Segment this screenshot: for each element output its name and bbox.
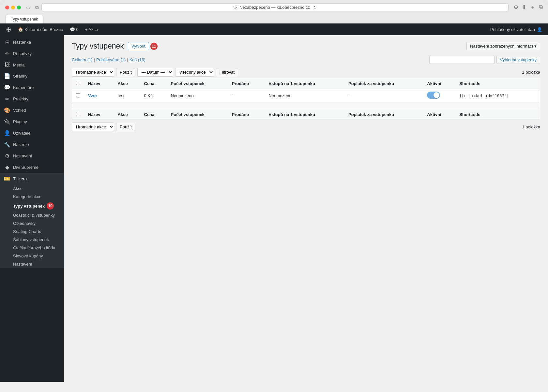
tab-title: Typy vstupenek (11, 17, 38, 22)
sidebar-item-media[interactable]: 🖼 Média (0, 59, 64, 70)
tickera-icon: 🎫 (4, 176, 10, 182)
sidebar-tickera-label: Tickera (13, 176, 27, 181)
sidebar-item-pages[interactable]: 📄 Stránky (0, 70, 64, 82)
th2-akce: Akce (114, 109, 140, 120)
search-input[interactable] (429, 56, 495, 64)
td-vstupu: Neomezeno (265, 89, 345, 103)
admin-bar-comments[interactable]: 💬 0 (67, 23, 82, 35)
th-checkbox (72, 78, 84, 89)
divi-icon: ◆ (4, 164, 10, 170)
sidebar-item-settings[interactable]: ⚙ Nastavení (0, 150, 64, 162)
reload-icon[interactable]: ↻ (313, 5, 317, 10)
plugins-icon: 🔌 (4, 119, 10, 125)
filter-all[interactable]: Celkem (1) (72, 57, 93, 62)
browser-dots (5, 6, 21, 9)
sidebar-item-appearance[interactable]: 🎨 Vzhled (0, 105, 64, 116)
create-button[interactable]: Vytvořit (128, 42, 149, 50)
admin-bar-site[interactable]: 🏠 Kulturní dům Březno (15, 23, 67, 35)
page-title: Typy vstupenek (72, 42, 124, 51)
sidebar-submenu-nastaveni[interactable]: Nastavení (0, 260, 64, 268)
filter-bar: Celkem (1) | Publikováno (1) | Koš (16) … (72, 56, 540, 64)
back-button[interactable]: ‹ (26, 5, 28, 10)
date-select[interactable]: — Datum — (137, 68, 173, 77)
share-icon[interactable]: ⬆ (522, 4, 526, 11)
search-button[interactable]: Vyhledat vstupenky (496, 56, 540, 64)
forward-button[interactable]: › (29, 5, 31, 10)
filter-sep2: | (127, 57, 128, 62)
row-name-link[interactable]: Vzor (88, 93, 97, 98)
minimize-dot[interactable] (11, 6, 15, 9)
step-badge-10: 10 (47, 202, 54, 210)
filter-published[interactable]: Publikováno (1) (96, 57, 126, 62)
home-icon: 🏠 (18, 27, 23, 32)
apply-button[interactable]: Použít (116, 68, 135, 76)
filter-button[interactable]: Filtrovat (216, 68, 238, 76)
address-bar[interactable]: 🛡 Nezabezpečeno — kd.obecbrezno.cz ↻ (41, 3, 509, 11)
toggle-switch[interactable] (427, 92, 440, 99)
new-tab-icon[interactable]: ＋ (530, 4, 535, 11)
th-cena: Cena (140, 78, 167, 89)
sidebar-submenu-slevove[interactable]: Slevové kupóny (0, 252, 64, 260)
sidebar-item-posts[interactable]: ✏ Příspěvky (0, 48, 64, 59)
sidebar-item-tools[interactable]: 🔧 Nástroje (0, 139, 64, 150)
wp-body: ⊟ Nástěnka ✏ Příspěvky 🖼 Média 📄 Stránky… (0, 35, 548, 382)
table-footer-header-row: Název Akce Cena Počet vstupenek Prodáno … (72, 109, 540, 120)
sidebar-item-label: Komentáře (13, 85, 34, 90)
select-all-checkbox-bottom[interactable] (76, 112, 80, 116)
sidebar-item-tickera[interactable]: 🎫 Tickera (0, 173, 64, 184)
tab-bar: Typy vstupenek (5, 15, 543, 23)
sidebar-submenu-akce[interactable]: Akce (0, 184, 64, 193)
td-aktivni[interactable] (423, 89, 455, 103)
filter-sep1: | (94, 57, 95, 62)
row-akce: test (118, 93, 125, 98)
sidebar-submenu-sablony[interactable]: Šablony vstupenek (0, 236, 64, 244)
th2-poplatek: Poplatek za vstupenku (344, 109, 423, 120)
wp-logo[interactable]: ⊕ (3, 25, 15, 33)
wp-sidebar: ⊟ Nástěnka ✏ Příspěvky 🖼 Média 📄 Stránky… (0, 35, 64, 382)
chevron-down-icon: ▾ (534, 44, 537, 49)
sidebar-submenu-typy[interactable]: Typy vstupenek 10 (0, 201, 64, 211)
sidebar-submenu-ucastnici[interactable]: Účastníci & vstupenky (0, 211, 64, 219)
sidebar-item-divi[interactable]: ◆ Divi Supreme (0, 162, 64, 173)
active-tab[interactable]: Typy vstupenek (5, 15, 43, 23)
sidebar-item-plugins[interactable]: 🔌 Pluginy (0, 116, 64, 127)
user-label: Přihlášený uživatel: dan (490, 27, 535, 32)
admin-bar-user: Přihlášený uživatel: dan 👤 (487, 27, 545, 32)
th-name: Název (84, 78, 114, 89)
close-dot[interactable] (5, 6, 9, 9)
sidebar-item-comments[interactable]: 💬 Komentáře (0, 82, 64, 93)
row-checkbox[interactable] (76, 93, 80, 97)
sidebar-item-label: Nastavení (13, 153, 32, 158)
spacer-cell (72, 103, 540, 109)
th-aktivni: Aktivní (423, 78, 455, 89)
sidebar-item-users[interactable]: 👤 Uživatelé (0, 127, 64, 139)
filter-links: Celkem (1) | Publikováno (1) | Koš (16) (72, 57, 145, 62)
search-area: Vyhledat vstupenky (429, 56, 540, 64)
sidebar-submenu-ctecka[interactable]: Čtečka čárového kódu (0, 244, 64, 252)
sidebar-submenu-objednavky[interactable]: Objednávky (0, 219, 64, 227)
sidebar-item-dashboard[interactable]: ⊟ Nástěnka (0, 36, 64, 48)
select-all-checkbox[interactable] (76, 81, 80, 85)
sidebar-submenu-kategorie[interactable]: Kategorie akce (0, 193, 64, 201)
step-badge-11: 11 (150, 43, 158, 50)
sidebar-submenu-seating[interactable]: Seating Charts (0, 227, 64, 236)
comments-count: 0 (76, 27, 79, 32)
appearance-icon: 🎨 (4, 107, 10, 113)
sidebar-view-icon[interactable]: ⧉ (539, 4, 543, 11)
td-cena: 0 Kč (140, 89, 167, 103)
all-actions-select[interactable]: Všechny akce (175, 68, 214, 77)
td-prodano: – (228, 89, 265, 103)
bulk-actions-select[interactable]: Hromadné akce (72, 68, 114, 77)
admin-bar-new[interactable]: + Akce (82, 23, 101, 35)
bottom-bulk-actions-select[interactable]: Hromadné akce (72, 123, 114, 131)
maximize-dot[interactable] (17, 6, 21, 9)
sidebar-item-projects[interactable]: ✏ Projekty (0, 93, 64, 105)
address-text: Nezabezpečeno — kd.obecbrezno.cz (239, 5, 310, 10)
row-cena: 0 Kč (144, 93, 153, 98)
filter-trash[interactable]: Koš (16) (129, 57, 145, 62)
download-icon[interactable]: ⊕ (514, 4, 518, 11)
th-prodano: Prodáno (228, 78, 265, 89)
settings-display-button[interactable]: Nastavení zobrazených informací ▾ (466, 42, 540, 50)
bottom-apply-button[interactable]: Použít (116, 123, 135, 131)
users-icon: 👤 (4, 130, 10, 136)
